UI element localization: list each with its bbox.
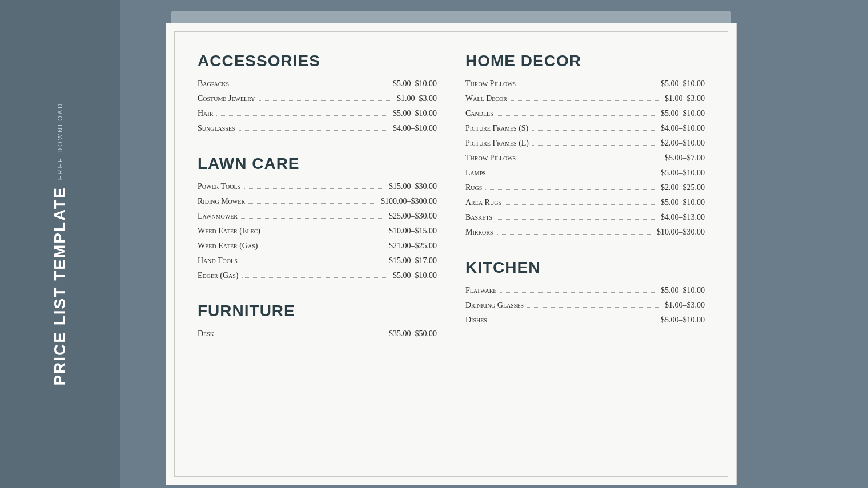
item-price: $4.00–$10.00 [393,124,437,133]
dots [497,115,657,116]
dots [532,130,657,131]
price-row: Weed Eater (Elec)$10.00–$15.00 [198,227,437,236]
left-column: ACCESSORIESBagpacks$5.00–$10.00Costume J… [198,52,437,467]
dots [505,204,657,205]
item-name: Picture Frames (L) [465,139,529,148]
content-grid: ACCESSORIESBagpacks$5.00–$10.00Costume J… [198,52,705,467]
item-name: Dishes [465,316,487,325]
item-price: $1.00–$3.00 [397,94,437,103]
dots [519,86,657,86]
price-row: Dishes$5.00–$10.00 [465,316,705,325]
price-row: Sunglasses$4.00–$10.00 [198,124,437,133]
item-name: Costume Jewelry [198,94,255,103]
item-price: $1.00–$3.00 [665,94,705,103]
section-accessories: ACCESSORIESBagpacks$5.00–$10.00Costume J… [198,52,437,139]
price-row: Flatware$5.00–$10.00 [465,286,705,295]
item-price: $25.00–$30.00 [389,212,437,221]
right-column: HOME DECORThrow Pillows$5.00–$10.00Wall … [465,52,705,467]
section-furniture: FURNITUREDesk$35.00–$50.00 [198,302,437,344]
price-row: Bagpacks$5.00–$10.00 [198,79,437,88]
sidebar: FREE DOWNLOAD PRICE LIST TEMPLATE [0,0,120,488]
item-price: $10.00–$15.00 [389,227,437,236]
dots [496,219,657,220]
item-price: $5.00–$10.00 [661,316,705,325]
price-row: Picture Frames (S)$4.00–$10.00 [465,124,705,133]
item-name: Lawnmower [198,212,238,221]
item-price: $4.00–$13.00 [661,213,705,222]
price-row: Lamps$5.00–$10.00 [465,168,705,178]
price-row: Edger (Gas)$5.00–$10.00 [198,271,437,280]
item-name: Wall Decor [465,94,507,103]
dots [500,292,657,293]
item-price: $100.00–$300.00 [381,197,437,206]
item-name: Rugs [465,183,482,192]
price-row: Candles$5.00–$10.00 [465,109,705,118]
dots [244,188,385,189]
item-name: Edger (Gas) [198,271,239,280]
dots [532,145,657,146]
section-kitchen: KITCHENFlatware$5.00–$10.00Drinking Glas… [465,259,705,330]
item-price: $5.00–$10.00 [661,198,705,207]
dots [239,130,389,131]
price-row: Weed Eater (Gas)$21.00–$25.00 [198,241,437,251]
dots [218,336,385,336]
item-name: Throw Pillows [465,154,516,163]
section-home-decor: HOME DECORThrow Pillows$5.00–$10.00Wall … [465,52,705,243]
item-name: Drinking Glasses [465,301,524,310]
item-name: Weed Eater (Elec) [198,227,260,236]
item-price: $10.00–$30.00 [657,228,705,237]
section-lawn-care: LAWN CAREPower Tools$15.00–$30.00Riding … [198,155,437,286]
price-row: Drinking Glasses$1.00–$3.00 [465,301,705,310]
item-price: $5.00–$10.00 [661,168,705,178]
dots [485,189,657,190]
item-name: Picture Frames (S) [465,124,528,133]
dots [241,263,385,263]
section-title: FURNITURE [198,302,437,320]
item-name: Baskets [465,213,492,222]
dots [216,115,389,116]
item-price: $35.00–$50.00 [389,329,437,338]
item-name: Desk [198,329,214,338]
item-price: $4.00–$10.00 [661,124,705,133]
item-name: Candles [465,109,493,118]
section-title: HOME DECOR [465,52,705,70]
sidebar-free-download: FREE DOWNLOAD [57,102,63,180]
dots [491,322,657,322]
price-row: Costume Jewelry$1.00–$3.00 [198,94,437,103]
dots [519,160,661,160]
dots [241,218,385,219]
price-row: Hair$5.00–$10.00 [198,109,437,118]
item-name: Hand Tools [198,256,238,265]
document: ACCESSORIESBagpacks$5.00–$10.00Costume J… [166,23,737,485]
price-row: Baskets$4.00–$13.00 [465,213,705,222]
dots [248,203,377,204]
item-price: $2.00–$25.00 [661,183,705,192]
item-name: Hair [198,109,213,118]
dots [489,175,657,175]
item-name: Throw Pillows [465,79,516,88]
item-price: $1.00–$3.00 [665,301,705,310]
item-price: $15.00–$17.00 [389,256,437,265]
price-row: Hand Tools$15.00–$17.00 [198,256,437,265]
item-price: $5.00–$10.00 [393,109,437,118]
sidebar-title: PRICE LIST TEMPLATE [52,187,68,386]
item-price: $5.00–$10.00 [661,79,705,88]
section-title: LAWN CARE [198,155,437,173]
section-title: ACCESSORIES [198,52,437,70]
item-price: $2.00–$10.00 [661,139,705,148]
dots [527,307,661,308]
item-price: $5.00–$10.00 [393,271,437,280]
price-row: Mirrors$10.00–$30.00 [465,228,705,237]
item-price: $15.00–$30.00 [389,182,437,191]
item-price: $5.00–$10.00 [661,286,705,295]
item-price: $5.00–$10.00 [393,79,437,88]
item-price: $21.00–$25.00 [389,241,437,251]
price-row: Riding Mower$100.00–$300.00 [198,197,437,206]
dots [264,233,385,233]
section-title: KITCHEN [465,259,705,277]
price-row: Wall Decor$1.00–$3.00 [465,94,705,103]
price-row: Throw Pillows$5.00–$7.00 [465,154,705,163]
item-name: Power Tools [198,182,240,191]
price-row: Area Rugs$5.00–$10.00 [465,198,705,207]
item-name: Flatware [465,286,496,295]
